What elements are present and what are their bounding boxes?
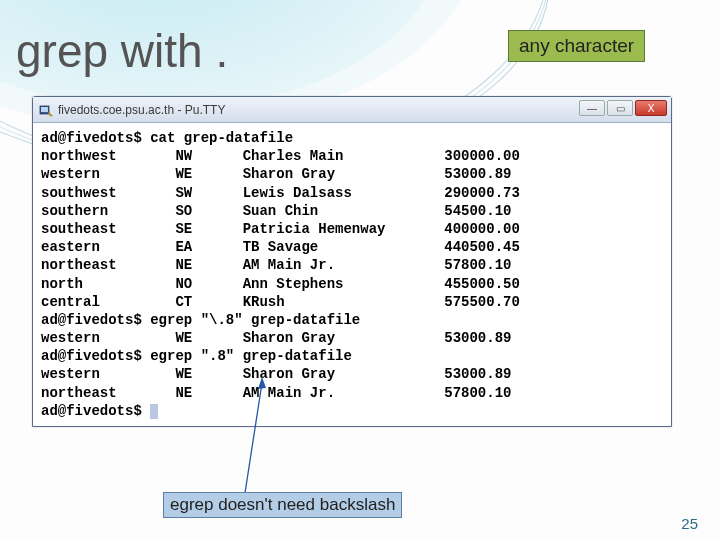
terminal-cursor bbox=[150, 404, 158, 419]
svg-rect-1 bbox=[41, 107, 48, 112]
slide-title: grep with . bbox=[16, 24, 228, 78]
close-button[interactable]: X bbox=[635, 100, 667, 116]
putty-icon bbox=[39, 103, 53, 117]
minimize-button[interactable]: — bbox=[579, 100, 605, 116]
putty-window: fivedots.coe.psu.ac.th - Pu.TTY — ▭ X ad… bbox=[32, 96, 672, 427]
any-character-label: any character bbox=[508, 30, 645, 62]
egrep-footnote: egrep doesn't need backslash bbox=[163, 492, 402, 518]
page-number: 25 bbox=[681, 515, 698, 532]
window-titlebar: fivedots.coe.psu.ac.th - Pu.TTY — ▭ X bbox=[33, 97, 671, 123]
terminal-output: ad@fivedots$ cat grep-datafile northwest… bbox=[33, 123, 671, 426]
maximize-button[interactable]: ▭ bbox=[607, 100, 633, 116]
window-buttons: — ▭ X bbox=[579, 100, 667, 116]
window-title: fivedots.coe.psu.ac.th - Pu.TTY bbox=[58, 103, 225, 117]
